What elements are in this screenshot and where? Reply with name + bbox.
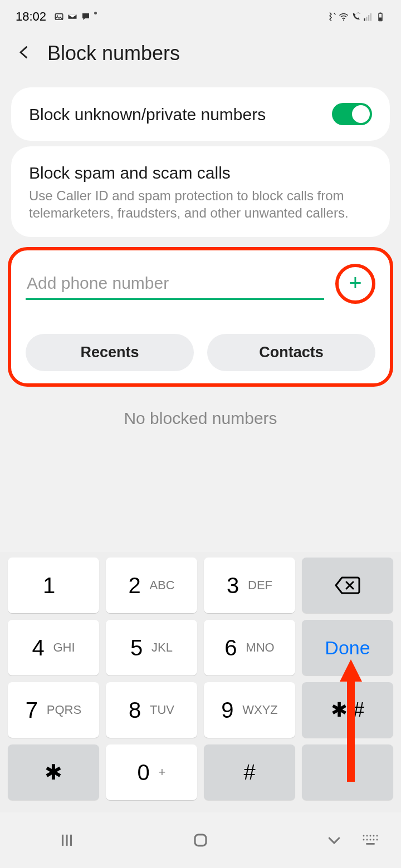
- svg-rect-8: [368, 15, 369, 21]
- key-done[interactable]: Done: [302, 620, 393, 675]
- keypad: 1 2ABC 3DEF 4GHI 5JKL 6MNO Done 7PQRS 8T…: [0, 552, 401, 812]
- key-empty: [302, 744, 393, 800]
- backspace-icon: [334, 576, 361, 595]
- collapse-keyboard-button[interactable]: [323, 829, 345, 851]
- svg-rect-16: [195, 835, 206, 846]
- block-spam-card[interactable]: Block spam and scam calls Use Caller ID …: [11, 146, 390, 237]
- svg-point-23: [366, 839, 368, 841]
- keyboard-icon[interactable]: [359, 829, 382, 851]
- key-8[interactable]: 8TUV: [106, 682, 197, 738]
- key-1[interactable]: 1: [8, 558, 99, 613]
- add-number-button[interactable]: +: [335, 264, 375, 304]
- battery-icon: [375, 12, 385, 22]
- header: Block numbers: [0, 31, 401, 82]
- key-9[interactable]: 9WXYZ: [204, 682, 295, 738]
- status-bar: 18:02: [0, 0, 401, 31]
- nav-bar: [0, 812, 401, 868]
- svg-point-21: [376, 835, 378, 837]
- svg-point-26: [376, 839, 378, 841]
- image-icon: [54, 12, 64, 22]
- svg-point-17: [363, 835, 365, 837]
- recents-nav-button[interactable]: [56, 829, 78, 851]
- svg-rect-11: [380, 12, 382, 13]
- svg-line-4: [334, 13, 336, 14]
- block-spam-sub: Use Caller ID and spam protection to blo…: [29, 187, 372, 221]
- key-hash[interactable]: #: [204, 744, 295, 800]
- svg-rect-7: [366, 17, 367, 21]
- svg-rect-6: [364, 18, 365, 21]
- status-time: 18:02: [16, 9, 46, 24]
- svg-point-5: [343, 19, 344, 20]
- page-title: Block numbers: [47, 42, 180, 65]
- block-unknown-toggle[interactable]: [332, 103, 372, 125]
- svg-point-20: [373, 835, 375, 837]
- svg-point-22: [363, 839, 365, 841]
- star-hash-icon: ✱ #: [331, 698, 364, 722]
- message-icon: [81, 12, 91, 22]
- key-0[interactable]: 0+: [106, 744, 197, 800]
- key-backspace[interactable]: [302, 558, 393, 613]
- svg-point-25: [373, 839, 375, 841]
- svg-point-19: [370, 835, 371, 837]
- plus-icon: +: [349, 272, 361, 294]
- contacts-button[interactable]: Contacts: [207, 334, 375, 371]
- home-nav-button[interactable]: [189, 829, 212, 851]
- key-2[interactable]: 2ABC: [106, 558, 197, 613]
- key-4[interactable]: 4GHI: [8, 620, 99, 675]
- vibrate-icon: [326, 12, 336, 22]
- block-unknown-label: Block unknown/private numbers: [29, 103, 266, 125]
- key-5[interactable]: 5JKL: [106, 620, 197, 675]
- more-icon: [94, 12, 97, 14]
- back-button[interactable]: [17, 42, 33, 65]
- svg-point-18: [366, 835, 368, 837]
- key-symbols[interactable]: ✱ #: [302, 682, 393, 738]
- svg-point-24: [370, 839, 371, 841]
- signal-icon: [363, 12, 373, 22]
- wifi-icon: [339, 12, 349, 22]
- key-7[interactable]: 7PQRS: [8, 682, 99, 738]
- voicemail-icon: [67, 12, 77, 22]
- svg-rect-9: [370, 13, 371, 21]
- key-star[interactable]: ✱: [8, 744, 99, 800]
- key-6[interactable]: 6MNO: [204, 620, 295, 675]
- wifi-calling-icon: [351, 12, 361, 22]
- block-spam-label: Block spam and scam calls: [29, 162, 372, 184]
- recents-button[interactable]: Recents: [26, 334, 194, 371]
- phone-number-input[interactable]: [26, 270, 324, 300]
- block-unknown-card[interactable]: Block unknown/private numbers: [11, 87, 390, 141]
- empty-message: No blocked numbers: [0, 409, 401, 428]
- add-number-card: + Recents Contacts: [8, 247, 393, 387]
- svg-rect-12: [379, 17, 382, 20]
- svg-rect-27: [366, 843, 375, 845]
- key-3[interactable]: 3DEF: [204, 558, 295, 613]
